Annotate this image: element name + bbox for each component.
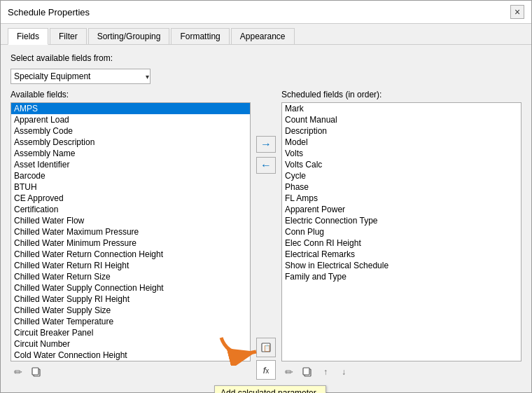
available-fields-label: Available fields: — [10, 90, 251, 99]
copy-icon[interactable] — [29, 364, 44, 380]
svg-rect-6 — [303, 368, 309, 375]
orange-arrow-indicator: 📋 fx — [256, 338, 276, 380]
fx-icon: fx — [263, 365, 270, 375]
list-item[interactable]: Assembly Name — [11, 148, 250, 159]
list-item[interactable]: Model — [282, 137, 521, 148]
list-item[interactable]: Mark — [282, 103, 521, 114]
list-item[interactable]: Assembly Code — [11, 125, 250, 137]
list-item[interactable]: Electrical Remarks — [282, 249, 521, 260]
list-item[interactable]: Cycle — [282, 170, 521, 181]
scheduled-fields-bottom-icons: ✏ ↑ ↓ — [281, 364, 522, 380]
tooltip-text: Add calculated parameter — [220, 388, 316, 393]
remove-field-button[interactable]: ← — [256, 157, 276, 174]
tab-fields[interactable]: Fields — [8, 28, 48, 45]
list-item[interactable]: Chilled Water Return Connection Height — [11, 249, 250, 260]
copy-scheduled-icon[interactable] — [300, 364, 315, 380]
list-item[interactable]: Show in Electrical Schedule — [282, 260, 521, 271]
list-item[interactable]: Chilled Water Return RI Height — [11, 260, 250, 271]
source-select-wrapper: Specialty Equipment ▾ — [10, 69, 150, 84]
list-item[interactable]: Apparent Load — [11, 114, 250, 125]
list-item[interactable]: Chilled Water Supply Connection Height — [11, 282, 250, 294]
dialog-title: Schedule Properties — [8, 7, 90, 18]
available-fields-listbox-wrapper: AMPS Apparent Load Assembly Code Assembl… — [10, 102, 251, 361]
tab-sorting-grouping[interactable]: Sorting/Grouping — [88, 28, 170, 44]
list-item[interactable]: Chilled Water Supply Size — [11, 305, 250, 316]
svg-text:📋: 📋 — [263, 344, 272, 352]
source-row: Select available fields from: — [10, 53, 522, 63]
list-item[interactable]: CE Approved — [11, 193, 250, 204]
list-item[interactable]: Asset Identifier — [11, 159, 250, 170]
scheduled-fields-label: Scheduled fields (in order): — [281, 90, 522, 99]
list-item[interactable]: Phase — [282, 181, 521, 193]
list-item[interactable]: Circuit Breaker Panel — [11, 327, 250, 338]
source-select-row: Specialty Equipment ▾ — [10, 69, 522, 84]
list-item[interactable]: Conn Plug — [282, 226, 521, 237]
list-item[interactable]: Chilled Water Flow — [11, 215, 250, 226]
list-item[interactable]: Chilled Water Maximum Pressure — [11, 226, 250, 237]
edit-icon[interactable]: ✏ — [10, 364, 26, 380]
tab-appearance[interactable]: Appearance — [231, 28, 295, 44]
title-bar: Schedule Properties × — [1, 1, 531, 24]
list-item[interactable]: Electric Connection Type — [282, 215, 521, 226]
source-select[interactable]: Specialty Equipment — [10, 69, 150, 84]
source-label: Select available fields from: — [10, 53, 113, 63]
list-item[interactable]: Volts — [282, 148, 521, 159]
list-item[interactable]: Assembly Description — [11, 137, 250, 148]
list-item[interactable]: Circuit Number — [11, 338, 250, 350]
list-item[interactable]: Barcode — [11, 170, 250, 181]
move-down-icon[interactable]: ↓ — [336, 364, 351, 380]
list-item[interactable]: Cold Water Connection Height — [11, 350, 250, 361]
tab-bar: Fields Filter Sorting/Grouping Formattin… — [1, 24, 531, 45]
list-item[interactable]: Volts Calc — [282, 159, 521, 170]
list-item[interactable]: Chilled Water Minimum Pressure — [11, 237, 250, 249]
add-field-button[interactable]: → — [256, 136, 276, 153]
schedule-properties-dialog: Schedule Properties × Fields Filter Sort… — [0, 0, 532, 393]
available-fields-panel: Available fields: AMPS Apparent Load Ass… — [10, 90, 251, 380]
list-item[interactable]: Elec Conn RI Height — [282, 237, 521, 249]
available-fields-listbox[interactable]: AMPS Apparent Load Assembly Code Assembl… — [11, 103, 250, 361]
list-item[interactable]: Apparent Power — [282, 204, 521, 215]
panels-row: Available fields: AMPS Apparent Load Ass… — [10, 90, 522, 380]
list-item[interactable]: AMPS — [11, 103, 250, 114]
list-item[interactable]: Description — [282, 125, 521, 137]
add-calc-parameter-tooltip: Add calculated parameter — [214, 385, 326, 393]
list-item[interactable]: Chilled Water Supply RI Height — [11, 294, 250, 305]
scheduled-fields-listbox-wrapper: Mark Count Manual Description Model Volt… — [281, 102, 522, 361]
list-item[interactable]: Chilled Water Temperature — [11, 316, 250, 327]
list-item[interactable]: Count Manual — [282, 114, 521, 125]
available-fields-bottom-icons: ✏ — [10, 364, 251, 380]
list-item[interactable]: BTUH — [11, 181, 250, 193]
tab-formatting[interactable]: Formatting — [171, 28, 229, 44]
move-up-icon[interactable]: ↑ — [318, 364, 333, 380]
add-parameter-button[interactable]: 📋 — [256, 338, 276, 357]
list-item[interactable]: FL Amps — [282, 193, 521, 204]
list-item[interactable]: Chilled Water Return Size — [11, 271, 250, 282]
list-item[interactable]: Certification — [11, 204, 250, 215]
main-content: Select available fields from: Specialty … — [1, 45, 531, 388]
list-item[interactable]: Family and Type — [282, 271, 521, 282]
close-button[interactable]: × — [510, 5, 524, 19]
scheduled-fields-panel: Scheduled fields (in order): Mark Count … — [281, 90, 522, 380]
fx-button[interactable]: fx — [256, 360, 276, 380]
svg-rect-1 — [32, 368, 38, 375]
middle-controls: → ← 📋 fx — [256, 90, 276, 380]
tab-filter[interactable]: Filter — [50, 28, 87, 44]
edit-scheduled-icon[interactable]: ✏ — [281, 364, 297, 380]
scheduled-fields-listbox[interactable]: Mark Count Manual Description Model Volt… — [282, 103, 521, 361]
